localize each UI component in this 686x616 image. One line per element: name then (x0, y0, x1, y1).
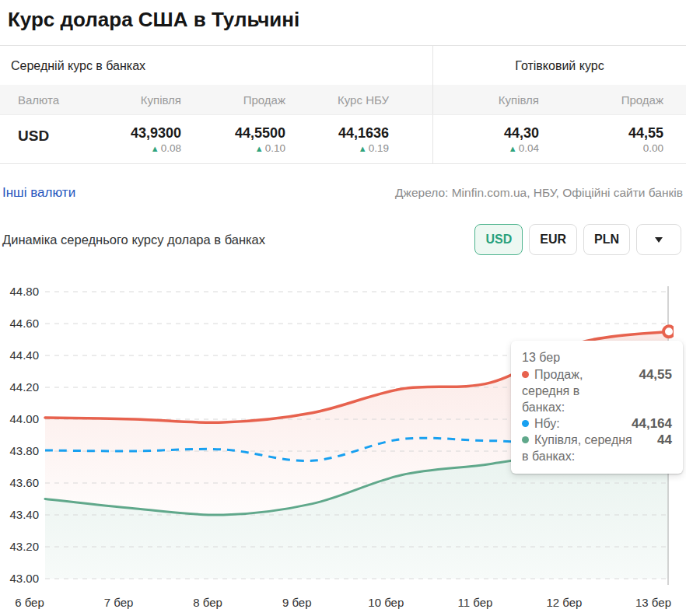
y-axis-label: 43.20 (9, 540, 39, 553)
tooltip-value: 44,55 (639, 366, 672, 383)
x-axis-label: 6 бер (15, 596, 44, 609)
currency-button-group: USDEURPLN (474, 224, 686, 255)
currency-code: USD (0, 115, 86, 163)
tooltip-row: Нбу:44,164 (522, 415, 672, 432)
rate-cell: 44,30▲0.04 (432, 115, 544, 163)
currency-button-usd[interactable]: USD (474, 224, 523, 255)
rate-value: 43,9300 (86, 125, 181, 141)
rate-delta: 0.00 (544, 142, 663, 155)
y-axis-label: 43.60 (9, 476, 39, 489)
group-header-bank-average: Середній курс в банках (0, 46, 432, 85)
links-row: Інші валюти Джерело: Minfin.com.ua, НБУ,… (0, 185, 686, 201)
x-axis-label: 8 бер (193, 596, 222, 609)
currency-dropdown-button[interactable] (636, 224, 681, 255)
rate-value: 44,55 (544, 125, 663, 141)
y-axis-label: 43.80 (9, 444, 39, 457)
column-header-5: Купівля (432, 85, 544, 114)
y-axis-label: 43.00 (9, 572, 39, 585)
rate-cell: 44,1636▲0.19 (291, 115, 432, 163)
rate-value: 44,5500 (187, 125, 285, 141)
y-axis-label: 44.00 (9, 412, 39, 425)
series-dot-icon (522, 420, 529, 427)
tooltip-row: Купівля, середня в банках:44 (522, 432, 672, 464)
y-axis-label: 44.80 (9, 285, 39, 298)
tooltip-date: 13 бер (522, 349, 672, 366)
x-axis-label: 7 бер (104, 596, 134, 609)
currency-button-pln[interactable]: PLN (583, 224, 630, 255)
tooltip-row: Продаж, середня в банках:44,55 (522, 366, 672, 415)
rate-cell: 44,5500▲0.10 (187, 115, 291, 163)
rate-delta: ▲0.08 (86, 142, 181, 156)
other-currencies-link[interactable]: Інші валюти (2, 185, 75, 201)
y-axis-label: 44.60 (9, 317, 39, 330)
chart-section-title: Динаміка середнього курсу долара в банка… (2, 233, 265, 247)
x-axis-label: 11 бер (457, 596, 492, 609)
hover-marker (663, 326, 674, 337)
chart-header: Динаміка середнього курсу долара в банка… (0, 224, 686, 255)
series-dot-icon (522, 436, 529, 443)
table-column-header-row: ВалютаКупівляПродажКурс НБУКупівляПродаж (0, 85, 686, 115)
table-group-header-row: Середній курс в банках Готівковий курс (0, 46, 686, 85)
column-header-2: Купівля (86, 85, 187, 114)
rate-delta: ▲0.04 (433, 142, 539, 156)
series-dot-icon (522, 371, 529, 378)
page-title: Курс долара США в Тульчині (8, 8, 686, 31)
delta-up-icon: ▲ (255, 144, 264, 153)
delta-up-icon: ▲ (151, 144, 159, 153)
rate-cell: 43,9300▲0.08 (86, 115, 187, 163)
x-axis-label: 13 бер (635, 596, 671, 609)
currency-button-eur[interactable]: EUR (529, 224, 577, 255)
column-header-3: Продаж (187, 85, 291, 114)
source-text: Джерело: Minfin.com.ua, НБУ, Офіційні са… (395, 186, 683, 200)
rate-delta: ▲0.10 (187, 142, 285, 156)
rates-table: Середній курс в банках Готівковий курс В… (0, 45, 686, 164)
table-row-usd: USD43,9300▲0.0844,5500▲0.1044,1636▲0.194… (0, 115, 686, 164)
delta-up-icon: ▲ (509, 144, 517, 153)
column-header-4: Курс НБУ (291, 85, 432, 114)
tooltip-value: 44,164 (632, 415, 672, 432)
x-axis-label: 9 бер (282, 596, 312, 609)
rate-value: 44,1636 (291, 125, 389, 141)
caret-down-icon (655, 237, 663, 243)
rate-cell: 44,550.00 (544, 115, 686, 163)
column-header-6: Продаж (544, 85, 686, 114)
x-axis-label: 10 бер (368, 596, 404, 609)
rate-chart[interactable]: 44.8044.6044.4044.2044.0043.8043.6043.40… (0, 263, 686, 614)
group-header-cash: Готівковий курс (432, 46, 686, 85)
tooltip-value: 44 (657, 432, 672, 448)
y-axis-label: 44.40 (9, 348, 39, 362)
chart-tooltip: 13 бер Продаж, середня в банках:44,55Нбу… (511, 341, 683, 474)
y-axis-label: 43.40 (9, 508, 39, 521)
rate-value: 44,30 (433, 125, 539, 141)
y-axis-label: 44.20 (9, 380, 39, 394)
rate-delta: ▲0.19 (291, 142, 389, 156)
x-axis-label: 12 бер (546, 596, 582, 609)
delta-up-icon: ▲ (359, 144, 367, 153)
column-header-1: Валюта (0, 85, 86, 114)
currency-page: Курс долара США в Тульчині Середній курс… (0, 8, 686, 616)
